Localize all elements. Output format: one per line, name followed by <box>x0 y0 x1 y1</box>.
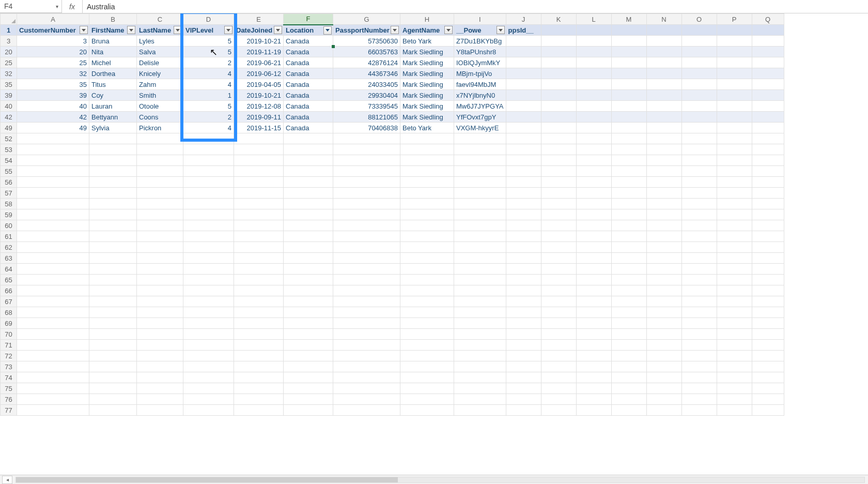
cell[interactable] <box>506 79 541 90</box>
cell[interactable] <box>333 264 400 275</box>
cell[interactable] <box>611 112 646 123</box>
table-header-passportnumber[interactable]: PassportNumber <box>333 25 400 36</box>
row-header[interactable]: 64 <box>1 264 17 275</box>
cell[interactable] <box>234 242 284 253</box>
cell[interactable]: Sylvia <box>89 123 137 133</box>
cell[interactable] <box>17 133 89 144</box>
cell[interactable] <box>576 231 611 242</box>
cell[interactable] <box>611 144 646 155</box>
row-header[interactable]: 52 <box>1 133 17 144</box>
cell[interactable] <box>234 340 284 351</box>
column-header-O[interactable]: O <box>681 14 717 25</box>
cell[interactable] <box>454 231 506 242</box>
column-header-Q[interactable]: Q <box>752 14 784 25</box>
cell[interactable] <box>183 318 234 329</box>
cell[interactable] <box>646 318 681 329</box>
cell[interactable] <box>717 209 752 220</box>
cell[interactable] <box>611 405 646 416</box>
cell[interactable] <box>541 318 576 329</box>
cell[interactable]: 49 <box>17 123 89 133</box>
cell[interactable] <box>646 68 681 79</box>
cell[interactable] <box>646 253 681 264</box>
cell[interactable] <box>454 253 506 264</box>
cell[interactable]: Mark Siedling <box>400 101 454 112</box>
cell[interactable] <box>284 231 333 242</box>
cell[interactable] <box>89 372 137 383</box>
cell[interactable] <box>646 231 681 242</box>
cell[interactable]: 2019-06-12 <box>234 68 284 79</box>
cell[interactable] <box>454 275 506 285</box>
cell[interactable] <box>506 133 541 144</box>
table-header-viplevel[interactable]: VIPLevel <box>183 25 234 36</box>
cell[interactable] <box>400 307 454 318</box>
cell[interactable] <box>646 188 681 199</box>
cell[interactable] <box>752 57 784 68</box>
cell[interactable]: 2019-11-15 <box>234 123 284 133</box>
cell[interactable] <box>752 231 784 242</box>
cell[interactable] <box>137 318 183 329</box>
table-header-lastname[interactable]: LastName <box>137 25 183 36</box>
cell[interactable] <box>183 133 234 144</box>
cell[interactable] <box>234 296 284 307</box>
cell[interactable] <box>576 296 611 307</box>
cell[interactable] <box>717 253 752 264</box>
cell[interactable]: Zahm <box>137 79 183 90</box>
cell[interactable] <box>681 177 717 188</box>
cell[interactable] <box>611 209 646 220</box>
cell[interactable] <box>89 144 137 155</box>
cell[interactable] <box>89 209 137 220</box>
cell[interactable]: 5 <box>183 36 234 47</box>
cell[interactable] <box>17 318 89 329</box>
cell[interactable] <box>752 361 784 372</box>
cell[interactable] <box>541 285 576 296</box>
cell[interactable] <box>717 166 752 177</box>
filter-button[interactable] <box>80 26 88 34</box>
cell[interactable] <box>284 166 333 177</box>
cell[interactable] <box>506 90 541 101</box>
cell[interactable] <box>646 123 681 133</box>
cell[interactable] <box>333 351 400 361</box>
cell[interactable] <box>646 242 681 253</box>
cell[interactable] <box>89 231 137 242</box>
cell[interactable] <box>541 242 576 253</box>
cell[interactable] <box>717 177 752 188</box>
cell[interactable] <box>137 285 183 296</box>
cell[interactable] <box>752 394 784 405</box>
cell[interactable] <box>17 340 89 351</box>
cell[interactable] <box>506 166 541 177</box>
cell[interactable] <box>717 123 752 133</box>
cell[interactable] <box>646 405 681 416</box>
cell[interactable] <box>333 372 400 383</box>
column-header-B[interactable]: B <box>89 14 137 25</box>
cell[interactable] <box>17 285 89 296</box>
cell[interactable] <box>284 383 333 394</box>
cell[interactable] <box>611 231 646 242</box>
cell[interactable] <box>454 307 506 318</box>
cell[interactable] <box>234 253 284 264</box>
cell[interactable] <box>541 329 576 340</box>
cell[interactable] <box>541 383 576 394</box>
cell[interactable] <box>541 177 576 188</box>
cell[interactable] <box>183 285 234 296</box>
cell[interactable]: Canada <box>284 79 333 90</box>
cell[interactable] <box>454 209 506 220</box>
cell[interactable] <box>333 144 400 155</box>
cell[interactable] <box>752 101 784 112</box>
cell[interactable]: 2019-12-08 <box>234 101 284 112</box>
cell[interactable] <box>717 112 752 123</box>
cell[interactable] <box>646 275 681 285</box>
cell[interactable] <box>611 133 646 144</box>
cell[interactable] <box>752 25 784 36</box>
cell[interactable]: 24033405 <box>333 79 400 90</box>
cell[interactable] <box>576 351 611 361</box>
cell[interactable] <box>333 220 400 231</box>
cell[interactable] <box>541 361 576 372</box>
cell[interactable]: Canada <box>284 101 333 112</box>
cell[interactable] <box>576 220 611 231</box>
cell[interactable] <box>576 329 611 340</box>
cell[interactable] <box>681 209 717 220</box>
cell[interactable] <box>506 199 541 209</box>
cell[interactable] <box>506 209 541 220</box>
cell[interactable] <box>284 340 333 351</box>
cell[interactable] <box>717 275 752 285</box>
